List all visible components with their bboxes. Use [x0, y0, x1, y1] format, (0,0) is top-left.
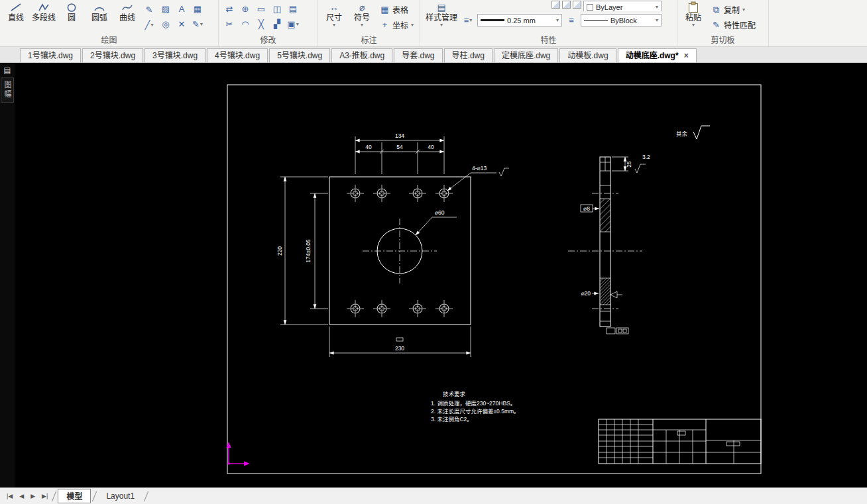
array-icon[interactable]: ▤	[286, 2, 300, 16]
symbol-dropdown-icon: ▾	[361, 23, 363, 27]
arc-button[interactable]: 圆弧	[86, 0, 113, 23]
front-view[interactable]	[329, 177, 471, 341]
symbol-label: 符号	[354, 13, 370, 23]
doc-tab[interactable]: 导套.dwg	[394, 48, 442, 62]
spline-button[interactable]: 曲线	[113, 0, 141, 23]
annotate-group-label: 标注	[320, 36, 418, 46]
point-icon[interactable]: ✎▾	[190, 17, 205, 31]
linetype-list-icon[interactable]: ≡	[564, 13, 579, 27]
doc-tab[interactable]: 定模底座.dwg	[494, 48, 558, 62]
move-icon[interactable]: ⇄	[222, 2, 237, 16]
doc-tab[interactable]: 3号镶块.dwg	[144, 48, 205, 62]
mirror-icon[interactable]: ◫	[270, 2, 284, 16]
sheet-frame[interactable]	[227, 85, 761, 474]
ribbon-group-draw: 直线 多段线 圆 圆弧	[0, 0, 219, 46]
sketch-pencil-icon[interactable]: ✎	[142, 3, 156, 17]
doc-tab[interactable]: 导柱.dwg	[444, 48, 492, 62]
circle-button[interactable]: 圆	[58, 0, 86, 23]
last-layout-button[interactable]: ▶|	[39, 493, 50, 499]
more-modify-icon[interactable]: ▣▾	[286, 17, 300, 31]
line-button[interactable]: 直线	[2, 0, 30, 23]
multiline-icon[interactable]: ✕	[174, 17, 189, 31]
svg-text:技术要求: 技术要求	[443, 391, 466, 397]
doc-tab[interactable]: 5号镶块.dwg	[269, 48, 330, 62]
lineweight-value: 0.25 mm	[507, 17, 536, 25]
lineweight-list-icon[interactable]: ≡▾	[461, 13, 475, 27]
front-view-dimensions[interactable]: 134 40 54 40 220 174±0.05	[276, 132, 509, 357]
svg-text:3.2: 3.2	[642, 154, 650, 160]
drawing-canvas[interactable]: 其余	[15, 63, 867, 487]
hatch-icon[interactable]: ▨	[158, 2, 173, 16]
brightness-icon[interactable]	[573, 1, 581, 9]
lineweight-preview-icon	[481, 19, 504, 21]
match-properties-label: 特性匹配	[724, 19, 756, 30]
svg-text:174±0.05: 174±0.05	[305, 239, 312, 263]
general-roughness-note[interactable]: 其余	[676, 126, 710, 139]
stretch-icon[interactable]: ▞	[270, 17, 284, 31]
region-icon[interactable]: ◎	[158, 17, 173, 31]
layout1-tab[interactable]: Layout1	[98, 491, 143, 502]
match-properties-button[interactable]: ✎ 特性匹配	[709, 18, 758, 32]
copy-tool-icon[interactable]: ⊕	[238, 2, 253, 16]
title-block[interactable]	[599, 419, 761, 464]
sheet-settings-icon[interactable]: ▤	[3, 66, 11, 75]
coordinate-button[interactable]: + 坐标 ▾	[377, 18, 416, 32]
doc-tab[interactable]: A3-推板.dwg	[331, 48, 392, 62]
doc-tab[interactable]: 1号镶块.dwg	[20, 48, 81, 62]
hatch-region	[600, 199, 610, 232]
color-select[interactable]: ByLayer ▾	[583, 1, 662, 11]
dimension-button[interactable]: ↔ 尺寸 ▾	[320, 0, 348, 27]
doc-tab[interactable]: 动模板.dwg	[559, 48, 616, 62]
technical-notes[interactable]: 技术要求 1. 调质处理，硬度230~270HBS。 2. 未注长度尺寸允许偏差…	[431, 391, 520, 423]
paste-icon	[688, 1, 699, 13]
style-manager-dropdown-icon: ▾	[440, 23, 443, 27]
rectangle-edit-icon[interactable]: ▭	[254, 2, 268, 16]
prev-layout-button[interactable]: ◀	[17, 493, 27, 499]
copy-icon: ⧉	[711, 5, 721, 15]
symbol-icon: ⌀	[359, 1, 365, 13]
copy-button[interactable]: ⧉ 复制 ▾	[709, 3, 758, 17]
model-tab[interactable]: 模型	[58, 489, 91, 503]
dimension-dropdown-icon: ▾	[333, 23, 335, 27]
first-layout-button[interactable]: |◀	[4, 493, 15, 499]
style-manager-button[interactable]: ▤ 样式管理 ▾	[422, 0, 461, 27]
copy-dropdown-icon: ▾	[742, 7, 745, 12]
svg-text:54: 54	[396, 144, 403, 150]
paste-button[interactable]: 粘贴 ▾	[679, 0, 707, 27]
doc-tab-bar: 1号镶块.dwg2号镶块.dwg3号镶块.dwg4号镶块.dwg5号镶块.dwg…	[0, 47, 867, 63]
svg-text:220: 220	[276, 246, 283, 256]
doc-tab[interactable]: 4号镶块.dwg	[207, 48, 268, 62]
next-layout-button[interactable]: ▶	[28, 493, 38, 499]
polyline-button[interactable]: 多段线	[30, 0, 58, 23]
color-dropdown-icon: ▾	[656, 5, 658, 9]
table-button[interactable]: ▦ 表格	[377, 3, 416, 17]
linetype-select[interactable]: ByBlock ▾	[581, 14, 662, 26]
layer-control-icon[interactable]	[551, 1, 560, 9]
symbol-button[interactable]: ⌀ 符号 ▾	[348, 0, 376, 27]
tab-divider	[52, 491, 56, 501]
doc-tab-label: 动模底座.dwg*	[626, 50, 679, 62]
line-icon	[10, 1, 22, 13]
tab-close-icon[interactable]: ×	[684, 52, 689, 60]
ribbon-group-annotate: ↔ 尺寸 ▾ ⌀ 符号 ▾ ▦ 表格 + 坐标	[318, 0, 420, 46]
lineweight-select[interactable]: 0.25 mm ▾	[477, 14, 562, 26]
roughness-symbol	[635, 164, 646, 173]
sheet-panel-tab[interactable]: 图幅	[1, 77, 14, 103]
spline-icon	[121, 1, 133, 13]
text-tool-icon[interactable]: A	[174, 2, 189, 16]
coordinate-dropdown-icon: ▾	[411, 23, 414, 27]
side-view[interactable]: 25 3.2 ⌀8 ⌀20	[568, 154, 650, 334]
trim-icon[interactable]: ✂	[222, 17, 237, 31]
erase-icon[interactable]: ╳	[254, 17, 268, 31]
table-draw-icon[interactable]: ▦	[190, 2, 205, 16]
svg-text:其余: 其余	[676, 130, 688, 137]
construction-line-icon[interactable]: ╱▾	[142, 18, 156, 32]
doc-tab[interactable]: 动模底座.dwg*×	[618, 48, 697, 62]
fillet-icon[interactable]: ◠	[238, 17, 253, 31]
modify-group-label: 修改	[221, 36, 316, 46]
plot-style-icon[interactable]	[562, 1, 571, 9]
doc-tab[interactable]: 2号镶块.dwg	[82, 48, 143, 62]
bolt-hole	[435, 185, 453, 202]
svg-text:⌀8: ⌀8	[583, 205, 590, 212]
linetype-value: ByBlock	[610, 17, 637, 25]
